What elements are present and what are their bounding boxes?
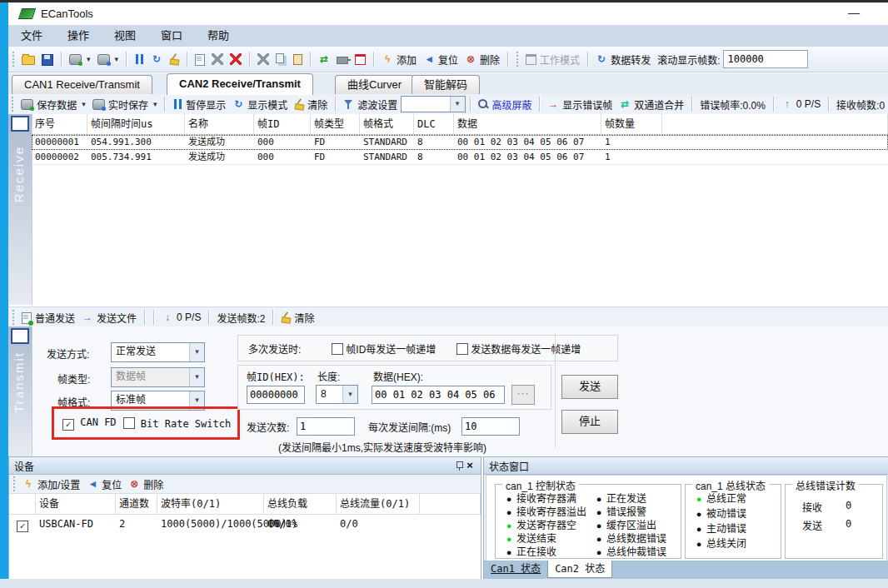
work-mode-button[interactable]: 工作模式: [522, 52, 583, 67]
reset-device-button[interactable]: ◄复位: [420, 52, 461, 67]
clear-transmit-button[interactable]: 清除: [277, 311, 317, 325]
device-row[interactable]: USBCAN-FD 2 1000(5000)/1000(5000) 0%/0% …: [9, 515, 481, 533]
canfd-option[interactable]: CAN FD: [62, 416, 117, 431]
send-button[interactable]: 发送: [561, 375, 618, 399]
edit-tools-button[interactable]: [208, 53, 227, 65]
menu-view[interactable]: 视图: [102, 25, 148, 47]
brs-option[interactable]: Bit Rate Switch: [123, 417, 232, 430]
menubar: 文件 操作 视图 窗口 帮助: [8, 25, 888, 47]
col-header-index[interactable]: 序号: [32, 114, 87, 134]
device-add-setup-button[interactable]: ϟ添加/设置: [19, 477, 83, 491]
col-header-busflow[interactable]: 总线流量(0/1): [337, 494, 420, 515]
data-increase-checkbox[interactable]: [456, 343, 468, 355]
length-combo[interactable]: 8▾: [316, 385, 358, 404]
tab-can1-status[interactable]: Can1 状态: [484, 561, 547, 577]
more-data-button[interactable]: ···: [511, 385, 535, 405]
col-header-device[interactable]: 设备: [36, 494, 116, 515]
dual-channel-merge-button[interactable]: ⇄双通道合并: [616, 97, 687, 112]
brs-checkbox[interactable]: [123, 417, 135, 429]
realtime-save-button[interactable]: 实时保存▾: [89, 97, 161, 112]
data-forward-button[interactable]: ↻数据转发: [592, 52, 654, 67]
stop-button[interactable]: 停止: [561, 410, 618, 434]
pause-display-label: 暂停显示: [186, 97, 226, 112]
add-device-button[interactable]: ϟ添加: [378, 52, 420, 67]
clean-button[interactable]: [166, 53, 182, 65]
pause-display-button[interactable]: 暂停显示: [169, 97, 229, 112]
multi-send-label: 多次发送时:: [248, 341, 301, 356]
delete-button[interactable]: [227, 53, 245, 65]
pause-button[interactable]: [131, 53, 147, 65]
col-header-channels[interactable]: 通道数: [116, 494, 157, 515]
display-mode-button[interactable]: ↻显示模式: [229, 97, 291, 112]
cut-button[interactable]: [254, 53, 272, 65]
close-icon[interactable]: ×: [464, 460, 476, 471]
receive-collapse-button[interactable]: [11, 116, 29, 132]
col-header-framecount[interactable]: 帧数量: [601, 114, 662, 134]
save-data-dropdown-button[interactable]: ▾: [66, 53, 94, 65]
menu-file[interactable]: 文件: [8, 25, 55, 47]
col-header-busload[interactable]: 总线负载(0/1): [264, 494, 337, 515]
show-error-frames-button[interactable]: →显示错误帧: [544, 97, 616, 112]
pin-icon[interactable]: [456, 461, 464, 471]
table-row[interactable]: 00000002 005.734.991 发送成功 000 FD STANDAR…: [32, 150, 888, 165]
tab-can2-status[interactable]: Can2 状态: [547, 561, 612, 578]
save-file-button[interactable]: [38, 53, 57, 66]
frame-id-input[interactable]: [247, 386, 305, 404]
data-increase-option[interactable]: 发送数据每发送一帧递增: [456, 341, 581, 356]
col-header-name[interactable]: 名称: [185, 114, 254, 134]
display-mode-icon: ↻: [232, 98, 244, 110]
col-header-data[interactable]: 数据: [454, 114, 601, 134]
tab-decode[interactable]: 智能解码: [412, 75, 480, 94]
advanced-mask-button[interactable]: 高级屏蔽: [474, 97, 535, 112]
menu-help[interactable]: 帮助: [195, 25, 242, 47]
device-reset-button[interactable]: ◄复位: [83, 477, 125, 491]
menu-window[interactable]: 窗口: [148, 25, 195, 47]
remove-device-button[interactable]: ⊗删除: [461, 52, 503, 67]
send-count-input[interactable]: [297, 417, 355, 436]
table-row[interactable]: 00000001 054.991.300 发送成功 000 FD STANDAR…: [32, 135, 888, 150]
open-file-button[interactable]: [18, 53, 38, 65]
device-remove-label: 删除: [143, 477, 163, 491]
clear-receive-button[interactable]: 清除: [291, 97, 331, 112]
status-content: can_1 控制状态 ●接收寄存器满 ●接收寄存器溢出 ●发送寄存器空 ●发送结…: [486, 475, 887, 561]
cell-device: USBCAN-FD: [36, 515, 116, 533]
interval-input[interactable]: [461, 417, 520, 436]
col-header-frameid[interactable]: 帧ID: [254, 114, 311, 134]
canfd-checkbox[interactable]: [62, 419, 74, 431]
col-header-frametype[interactable]: 帧类型: [311, 114, 360, 134]
id-increase-option[interactable]: 帧ID每发送一帧递增: [332, 341, 436, 356]
send-mode-combo[interactable]: 正常发送▾: [111, 342, 205, 362]
col-header-dlc[interactable]: DLC: [414, 114, 454, 134]
separator: [164, 97, 165, 112]
transmit-collapse-button[interactable]: [11, 328, 29, 344]
new-item-button[interactable]: [192, 53, 208, 66]
filter-icon: [343, 98, 354, 110]
load-data-dropdown-button[interactable]: ▾: [94, 53, 122, 65]
channel-swap-button[interactable]: ⇄: [315, 53, 333, 65]
col-header-interval[interactable]: 帧间隔时间us: [87, 114, 185, 134]
send-file-button[interactable]: →发送文件: [78, 311, 140, 325]
filter-combo[interactable]: ▾: [401, 96, 465, 112]
col-header-frameformat[interactable]: 帧格式: [360, 114, 414, 134]
copy-button[interactable]: [272, 53, 290, 66]
normal-send-button[interactable]: 普通发送: [18, 311, 78, 325]
device-checkbox[interactable]: [17, 521, 28, 532]
cell-data: 00 01 02 03 04 05 06 07: [454, 135, 601, 149]
save-data-button[interactable]: 保存数据▾: [17, 97, 89, 112]
tab-curve[interactable]: 曲线Curver: [335, 75, 414, 94]
scroll-frames-input[interactable]: [723, 50, 808, 68]
window-mode-button[interactable]: [352, 53, 369, 65]
paste-button[interactable]: [290, 53, 306, 65]
id-increase-checkbox[interactable]: [332, 343, 343, 355]
filter-settings-button[interactable]: 滤波设置: [340, 97, 401, 112]
tab-can2[interactable]: CAN2 Receive/Transmit: [167, 73, 313, 95]
usb-device-button[interactable]: [333, 54, 352, 64]
device-remove-button[interactable]: ⊗删除: [125, 477, 167, 491]
minimize-button[interactable]: —: [843, 4, 865, 22]
menu-operate[interactable]: 操作: [55, 25, 102, 47]
col-header-baudrate[interactable]: 波特率(0/1): [157, 494, 264, 515]
status-label: 被动错误: [706, 508, 746, 520]
tab-can1[interactable]: CAN1 Receive/Transmit: [12, 75, 152, 94]
data-hex-input[interactable]: [372, 386, 505, 404]
refresh-button[interactable]: ↻: [147, 53, 166, 65]
